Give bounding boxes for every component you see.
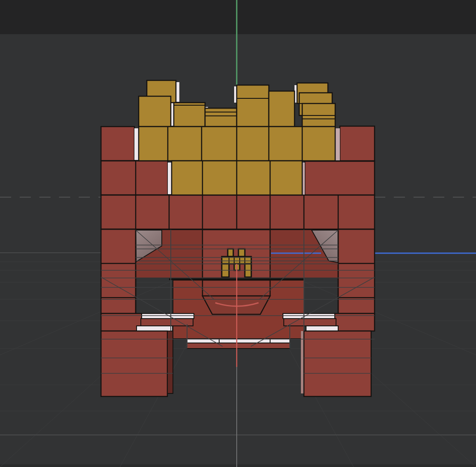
footer-strip: [0, 464, 476, 467]
red-voxel-block[interactable]: [101, 313, 142, 331]
red-voxel-block[interactable]: [101, 195, 375, 229]
header-bar: [0, 0, 476, 34]
gold-m-voxel[interactable]: [238, 249, 245, 257]
gold-voxel-block[interactable]: [269, 91, 295, 127]
left-step-top: [142, 313, 194, 319]
red-voxel-block[interactable]: [335, 313, 375, 331]
left-leg-side: [167, 331, 173, 393]
red-voxel-block[interactable]: [305, 161, 375, 195]
left-leg[interactable]: [101, 331, 167, 396]
red-voxel-block[interactable]: [101, 161, 168, 195]
mouth-bottom-band: [187, 343, 290, 349]
scene-svg[interactable]: [0, 0, 476, 467]
side-face-shaded: [335, 128, 340, 160]
red-voxel-block[interactable]: [340, 126, 375, 161]
gold-voxel-block[interactable]: [139, 96, 171, 127]
right-leg-top: [306, 326, 338, 331]
side-face-highlight: [168, 163, 172, 194]
side-face-highlight: [134, 128, 139, 160]
gold-voxel-block[interactable]: [237, 85, 269, 127]
red-voxel-block[interactable]: [338, 229, 375, 313]
red-voxel-block[interactable]: [101, 127, 134, 161]
header-bar-overlay: [0, 0, 476, 34]
red-voxel-block[interactable]: [101, 229, 136, 313]
gold-voxel-block[interactable]: [205, 108, 237, 127]
left-leg-top: [137, 326, 173, 331]
viewport-3d[interactable]: [0, 0, 476, 467]
gold-m-voxel[interactable]: [228, 249, 233, 257]
gold-voxel-block[interactable]: [174, 103, 205, 127]
right-step-front[interactable]: [284, 319, 336, 326]
right-leg[interactable]: [304, 331, 371, 396]
